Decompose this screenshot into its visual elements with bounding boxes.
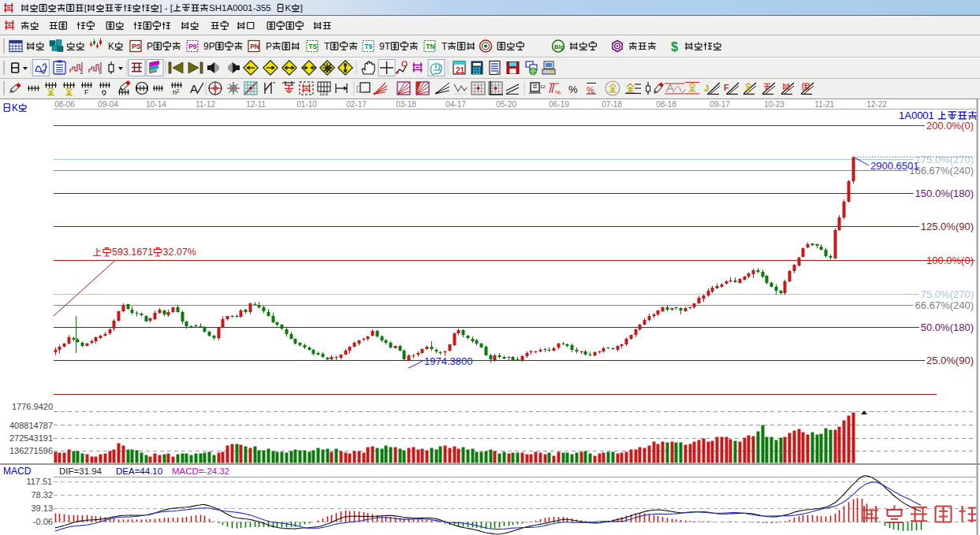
svg-text:05-20: 05-20: [496, 100, 516, 109]
svg-text:32.07%: 32.07%: [163, 247, 196, 258]
svg-text:J: J: [704, 84, 709, 93]
svg-text:09-17: 09-17: [710, 100, 730, 109]
svg-text:n²: n²: [173, 88, 179, 96]
svg-text:08-06: 08-06: [54, 100, 75, 109]
svg-text:TS: TS: [308, 43, 317, 50]
svg-text:9P: 9P: [203, 41, 215, 52]
svg-text:2900.6501: 2900.6501: [870, 160, 919, 172]
svg-text:K: K: [285, 3, 292, 13]
svg-text:%: %: [568, 84, 578, 95]
svg-text:66.67%(240): 66.67%(240): [915, 299, 974, 311]
svg-text:3: 3: [80, 69, 83, 75]
svg-text:166.67%(240): 166.67%(240): [909, 165, 974, 176]
svg-text:SH1A0001-355: SH1A0001-355: [209, 3, 271, 13]
svg-text:175.0%(270): 175.0%(270): [915, 154, 974, 165]
svg-text:117.51: 117.51: [26, 477, 52, 486]
svg-text:39.13: 39.13: [32, 503, 54, 513]
svg-text:100.0%(0): 100.0%(0): [926, 254, 974, 266]
svg-text:125.0%(90): 125.0%(90): [921, 221, 974, 232]
svg-text:11-12: 11-12: [196, 100, 215, 109]
svg-text:K: K: [12, 102, 18, 113]
svg-text:50.0%(180): 50.0%(180): [921, 321, 974, 333]
svg-text:123: 123: [319, 91, 328, 96]
svg-text:F: F: [724, 83, 729, 92]
svg-text:F: F: [84, 88, 89, 96]
svg-text:11-21: 11-21: [814, 100, 834, 109]
svg-text:21: 21: [456, 66, 465, 75]
svg-text:MACD: MACD: [3, 466, 32, 477]
svg-text:9: 9: [99, 69, 102, 75]
svg-text:25.0%(90): 25.0%(90): [926, 355, 974, 366]
svg-text:150.0%(180): 150.0%(180): [915, 188, 974, 199]
svg-text:12-22: 12-22: [866, 100, 887, 109]
svg-text:01-10: 01-10: [296, 100, 317, 109]
svg-text:02-17: 02-17: [346, 100, 367, 109]
svg-text:136271596: 136271596: [9, 446, 53, 455]
svg-text:TN: TN: [426, 43, 434, 50]
svg-text:75.0%(270): 75.0%(270): [921, 288, 974, 300]
svg-text:200.0%(0): 200.0%(0): [926, 120, 974, 132]
svg-text:%: %: [587, 85, 594, 95]
svg-text:T: T: [324, 41, 330, 52]
svg-text:] - [: ] - [: [159, 3, 173, 13]
svg-text:]: ]: [300, 3, 303, 13]
svg-text:A: A: [190, 82, 198, 95]
svg-text:1A0001: 1A0001: [899, 110, 934, 121]
svg-text:593.1671: 593.1671: [112, 247, 153, 258]
svg-text:1776.9420: 1776.9420: [12, 402, 53, 411]
svg-text:408814787: 408814787: [9, 421, 53, 430]
svg-text:K: K: [108, 41, 114, 52]
svg-text:78.32: 78.32: [32, 490, 54, 500]
svg-text:-0.06: -0.06: [33, 517, 53, 526]
svg-text:9T: 9T: [379, 41, 391, 52]
svg-text:03-18: 03-18: [396, 100, 416, 109]
svg-text:P9: P9: [188, 43, 197, 50]
svg-text:%: %: [555, 89, 561, 96]
svg-text:1974.3800: 1974.3800: [424, 355, 472, 367]
svg-text:10-23: 10-23: [764, 100, 784, 109]
svg-text:10-14: 10-14: [146, 100, 166, 109]
svg-text:DEA=44.10: DEA=44.10: [116, 466, 162, 476]
svg-text:[: [: [84, 3, 88, 13]
svg-text:P: P: [266, 41, 272, 52]
svg-text:PS: PS: [132, 43, 141, 50]
svg-text:P: P: [147, 41, 153, 52]
svg-text:12: 12: [540, 84, 546, 89]
svg-text:04-17: 04-17: [445, 100, 466, 109]
svg-text:PN: PN: [250, 43, 259, 50]
svg-text:DIF=31.94: DIF=31.94: [59, 466, 102, 476]
svg-text:08-18: 08-18: [656, 100, 676, 109]
svg-text:$: $: [671, 40, 678, 54]
svg-text:": ": [273, 80, 275, 88]
svg-text:06-19: 06-19: [549, 100, 569, 109]
svg-text:T: T: [442, 41, 448, 52]
svg-text:12-11: 12-11: [246, 100, 266, 109]
svg-text:09-04: 09-04: [98, 100, 118, 109]
svg-text:MACD=-24.32: MACD=-24.32: [172, 466, 229, 476]
svg-text:Big: Big: [554, 43, 565, 50]
svg-text:272543191: 272543191: [9, 433, 53, 443]
svg-text:T9: T9: [364, 43, 372, 50]
svg-text:07-18: 07-18: [602, 100, 622, 109]
